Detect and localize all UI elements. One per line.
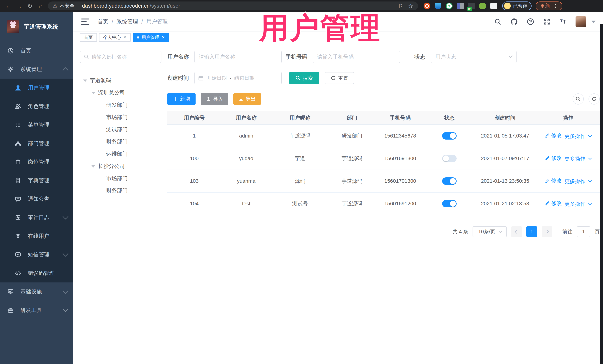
- header-search-icon[interactable]: [494, 18, 502, 26]
- edit-user-link[interactable]: 修改: [545, 177, 562, 184]
- tree-node-市场部门[interactable]: 市场部门: [80, 111, 162, 123]
- add-user-button[interactable]: 新增: [167, 93, 196, 105]
- edit-user-link[interactable]: 修改: [545, 200, 562, 207]
- browser-back-icon[interactable]: ←: [3, 2, 14, 10]
- extension-ubuntu-icon[interactable]: [424, 3, 430, 9]
- sidebar-item-首页[interactable]: 首页: [0, 42, 73, 60]
- address-bar[interactable]: ⚠ 不安全 dashboard.yudao.iocoder.cn/system/…: [48, 1, 418, 10]
- table-row-user-104: 104test测试号芋道源码156016912002021-01-21 02:1…: [167, 192, 600, 215]
- sidebar-item-用户管理[interactable]: 用户管理: [0, 78, 73, 97]
- tree-node-深圳总公司[interactable]: 深圳总公司: [80, 87, 162, 99]
- sidebar-item-审计日志[interactable]: 审计日志: [0, 208, 73, 227]
- toggle-search-button[interactable]: [573, 93, 584, 105]
- font-size-icon[interactable]: ᵀT: [559, 18, 567, 26]
- refresh-table-button[interactable]: [589, 93, 600, 105]
- collapse-sidebar-icon[interactable]: [81, 19, 89, 25]
- user-avatar[interactable]: [576, 16, 586, 27]
- post-icon: [15, 159, 23, 165]
- browser-profile-chip[interactable]: 已暂停: [502, 1, 532, 10]
- url-text[interactable]: dashboard.yudao.iocoder.cn/system/user: [82, 3, 180, 9]
- password-key-icon[interactable]: ⚿: [399, 3, 403, 9]
- more-actions-link[interactable]: 更多操作: [565, 133, 591, 140]
- browser-scrollbar[interactable]: [600, 24, 603, 364]
- sidebar-item-基础设施[interactable]: 基础设施: [0, 282, 73, 301]
- tree-expand-caret-icon[interactable]: [83, 79, 87, 82]
- extension-switch-on-icon[interactable]: [468, 3, 475, 9]
- not-secure-warning-icon[interactable]: ⚠: [53, 3, 57, 9]
- import-button[interactable]: 导入: [201, 93, 228, 105]
- extension-gem-icon[interactable]: [435, 3, 441, 9]
- goto-page-input[interactable]: [577, 226, 590, 237]
- sidebar-item-角色管理[interactable]: 角色管理: [0, 97, 73, 116]
- menu-icon: [15, 122, 23, 128]
- breadcrumb-home[interactable]: 首页: [98, 18, 108, 25]
- browser-home-icon[interactable]: ⌂: [35, 2, 46, 10]
- tree-node-测试部门[interactable]: 测试部门: [80, 123, 162, 136]
- tree-node-财务部门[interactable]: 财务部门: [80, 185, 162, 197]
- extension-squares-icon[interactable]: [457, 3, 464, 9]
- sidebar-item-字典管理[interactable]: 字典管理: [0, 171, 73, 190]
- edit-user-link[interactable]: 修改: [545, 154, 562, 162]
- app-logo[interactable]: 芋道管理系统: [0, 12, 73, 42]
- browser-menu-icon[interactable]: ⋮: [553, 3, 558, 9]
- tree-node-财务部门[interactable]: 财务部门: [80, 136, 162, 148]
- tree-node-芋道源码[interactable]: 芋道源码: [80, 75, 162, 87]
- sidebar-item-研发工具[interactable]: 研发工具: [0, 301, 73, 320]
- tree-node-长沙分公司[interactable]: 长沙分公司: [80, 160, 162, 172]
- prev-page-button[interactable]: [511, 226, 522, 237]
- extension-green-key-icon[interactable]: [479, 3, 486, 9]
- current-page-button[interactable]: 1: [526, 226, 537, 237]
- github-icon[interactable]: [510, 18, 518, 26]
- status-select[interactable]: 用户状态: [431, 51, 517, 63]
- tree-expand-caret-icon[interactable]: [91, 92, 95, 94]
- username-input-box: [195, 51, 282, 63]
- close-tab-icon[interactable]: ✕: [162, 35, 165, 40]
- fullscreen-icon[interactable]: [543, 18, 551, 26]
- sidebar-item-系统管理[interactable]: 系统管理: [0, 60, 73, 78]
- next-page-button[interactable]: [542, 226, 552, 237]
- more-actions-link[interactable]: 更多操作: [565, 178, 591, 185]
- close-tab-icon[interactable]: ✕: [123, 35, 127, 40]
- sidebar-item-在线用户[interactable]: 在线用户: [0, 227, 73, 245]
- user-menu-caret-icon[interactable]: [591, 21, 596, 23]
- extension-vue-devtools-icon[interactable]: Y: [446, 3, 452, 9]
- tree-node-运维部门[interactable]: 运维部门: [80, 148, 162, 160]
- tree-node-市场部门[interactable]: 市场部门: [80, 172, 162, 185]
- edit-user-link[interactable]: 修改: [545, 132, 562, 139]
- more-actions-link[interactable]: 更多操作: [565, 155, 591, 162]
- sidebar-item-短信管理[interactable]: 短信管理: [0, 245, 73, 264]
- sidebar-item-错误码管理[interactable]: 错误码管理: [0, 264, 73, 282]
- status-toggle[interactable]: [442, 155, 457, 162]
- sidebar-item-岗位管理[interactable]: 岗位管理: [0, 153, 73, 171]
- cell-create-time: 2021-01-13 23:50:35: [474, 170, 537, 192]
- help-icon[interactable]: [527, 18, 534, 26]
- tab-首页[interactable]: 首页: [80, 33, 97, 42]
- browser-update-button[interactable]: 更新 ⋮: [536, 1, 562, 10]
- username-label: 用户名称: [167, 53, 189, 61]
- browser-forward-icon[interactable]: →: [14, 2, 24, 10]
- dept-search-input[interactable]: [92, 54, 157, 60]
- status-toggle[interactable]: [442, 132, 457, 140]
- more-actions-link[interactable]: 更多操作: [565, 200, 591, 208]
- tree-expand-caret-icon[interactable]: [91, 165, 95, 167]
- mobile-input[interactable]: [317, 54, 395, 60]
- search-button[interactable]: 搜索: [289, 72, 319, 84]
- status-toggle[interactable]: [442, 200, 457, 207]
- export-button[interactable]: 导出: [233, 93, 261, 105]
- username-input[interactable]: [199, 54, 277, 60]
- not-secure-label: 不安全: [59, 3, 75, 9]
- sidebar-item-部门管理[interactable]: 部门管理: [0, 134, 73, 153]
- tab-用户管理[interactable]: 用户管理✕: [133, 33, 169, 42]
- bookmark-star-icon[interactable]: ☆: [408, 3, 413, 9]
- sidebar-item-菜单管理[interactable]: 菜单管理: [0, 116, 73, 134]
- page-size-select[interactable]: 10条/页: [473, 226, 507, 237]
- status-toggle[interactable]: [442, 177, 457, 185]
- tab-个人中心[interactable]: 个人中心✕: [99, 33, 131, 42]
- breadcrumb-system[interactable]: 系统管理: [116, 18, 138, 25]
- browser-reload-icon[interactable]: ↻: [24, 2, 35, 10]
- reset-button[interactable]: 重置: [325, 72, 354, 84]
- extensions-puzzle-icon[interactable]: [490, 3, 497, 9]
- sidebar-item-通知公告[interactable]: 通知公告: [0, 190, 73, 208]
- tree-node-研发部门[interactable]: 研发部门: [80, 99, 162, 111]
- create-time-range-picker[interactable]: 开始日期 - 结束日期: [195, 72, 282, 84]
